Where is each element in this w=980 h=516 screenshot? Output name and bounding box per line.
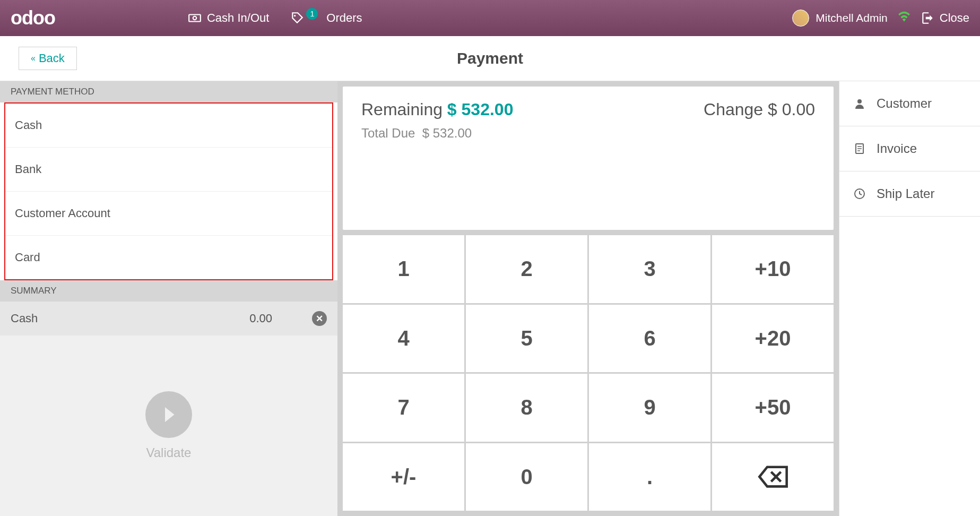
remove-payment-icon[interactable]: ✕ (312, 311, 327, 326)
validate-button[interactable] (145, 391, 192, 438)
logo[interactable]: odoo (11, 7, 55, 29)
chevron-left-icon: « (31, 54, 36, 63)
payment-method-header: PAYMENT METHOD (0, 81, 337, 102)
svg-point-3 (857, 99, 862, 104)
invoice-label: Invoice (877, 141, 917, 156)
total-due-value: $ 532.00 (422, 126, 472, 140)
numpad-0[interactable]: 0 (466, 443, 587, 511)
numpad-6[interactable]: 6 (589, 305, 710, 373)
summary-method: Cash (11, 312, 249, 325)
main: PAYMENT METHOD Cash Bank Customer Accoun… (0, 81, 980, 516)
summary-amount: 0.00 (249, 312, 272, 325)
right-panel: Customer Invoice Ship Later (839, 81, 980, 516)
numpad-plus50[interactable]: +50 (712, 374, 834, 442)
customer-label: Customer (877, 96, 932, 111)
validate-label: Validate (146, 445, 192, 460)
numpad-backspace[interactable] (712, 443, 834, 511)
sub-header: « Back Payment (0, 36, 980, 81)
cash-icon (188, 11, 202, 25)
cash-in-out-button[interactable]: Cash In/Out (188, 11, 269, 25)
user-section[interactable]: Mitchell Admin (792, 10, 887, 27)
numpad-4[interactable]: 4 (343, 305, 464, 373)
back-button[interactable]: « Back (19, 47, 77, 70)
payment-method-customer-account[interactable]: Customer Account (5, 192, 332, 236)
top-nav: odoo Cash In/Out 1 Orders Mitchell Admin… (0, 0, 980, 36)
clock-icon (853, 187, 866, 200)
avatar (792, 10, 809, 27)
wifi-icon (897, 11, 911, 25)
payment-method-bank[interactable]: Bank (5, 148, 332, 192)
document-icon (853, 142, 866, 155)
numpad-sign[interactable]: +/- (343, 443, 464, 511)
cash-label: Cash In/Out (207, 11, 269, 25)
numpad-7[interactable]: 7 (343, 374, 464, 442)
summary-header: SUMMARY (0, 280, 337, 302)
numpad-1[interactable]: 1 (343, 235, 464, 303)
numpad-2[interactable]: 2 (466, 235, 587, 303)
remaining-value: $ 532.00 (447, 100, 514, 119)
exit-icon (921, 11, 934, 25)
orders-badge: 1 (306, 8, 318, 20)
numpad: 1 2 3 +10 4 5 6 +20 7 8 9 +50 +/- 0 . (343, 235, 834, 511)
back-label: Back (39, 51, 65, 65)
amount-display: Remaining $ 532.00 Change $ 0.00 Total D… (343, 87, 834, 230)
orders-button[interactable]: 1 Orders (290, 11, 362, 25)
numpad-9[interactable]: 9 (589, 374, 710, 442)
numpad-8[interactable]: 8 (466, 374, 587, 442)
numpad-decimal[interactable]: . (589, 443, 710, 511)
payment-method-cash[interactable]: Cash (5, 104, 332, 148)
summary-row[interactable]: Cash 0.00 ✕ (0, 302, 337, 336)
total-due-label: Total Due (361, 126, 415, 140)
change-value: $ 0.00 (768, 100, 815, 119)
close-label: Close (940, 11, 969, 25)
page-title: Payment (457, 49, 523, 67)
orders-label: Orders (326, 11, 362, 25)
backspace-icon (757, 465, 789, 488)
numpad-3[interactable]: 3 (589, 235, 710, 303)
validate-section[interactable]: Validate (0, 336, 337, 516)
total-due: Total Due $ 532.00 (361, 126, 815, 141)
svg-point-1 (193, 16, 197, 20)
invoice-button[interactable]: Invoice (839, 126, 980, 171)
customer-button[interactable]: Customer (839, 81, 980, 126)
ship-later-button[interactable]: Ship Later (839, 171, 980, 217)
left-panel: PAYMENT METHOD Cash Bank Customer Accoun… (0, 81, 337, 516)
tag-icon (290, 11, 304, 25)
amount-row: Remaining $ 532.00 Change $ 0.00 (361, 100, 815, 119)
numpad-plus10[interactable]: +10 (712, 235, 834, 303)
numpad-plus20[interactable]: +20 (712, 305, 834, 373)
ship-later-label: Ship Later (877, 186, 934, 201)
remaining-label: Remaining (361, 100, 443, 119)
user-name: Mitchell Admin (816, 12, 887, 24)
chevron-right-icon (158, 403, 180, 426)
change-label: Change (704, 100, 763, 119)
close-button[interactable]: Close (921, 11, 969, 25)
svg-rect-0 (189, 15, 201, 22)
center-panel: Remaining $ 532.00 Change $ 0.00 Total D… (337, 81, 839, 516)
payment-method-list: Cash Bank Customer Account Card (4, 102, 333, 280)
person-icon (853, 97, 866, 110)
payment-method-card[interactable]: Card (5, 236, 332, 279)
numpad-5[interactable]: 5 (466, 305, 587, 373)
svg-point-2 (294, 15, 296, 16)
